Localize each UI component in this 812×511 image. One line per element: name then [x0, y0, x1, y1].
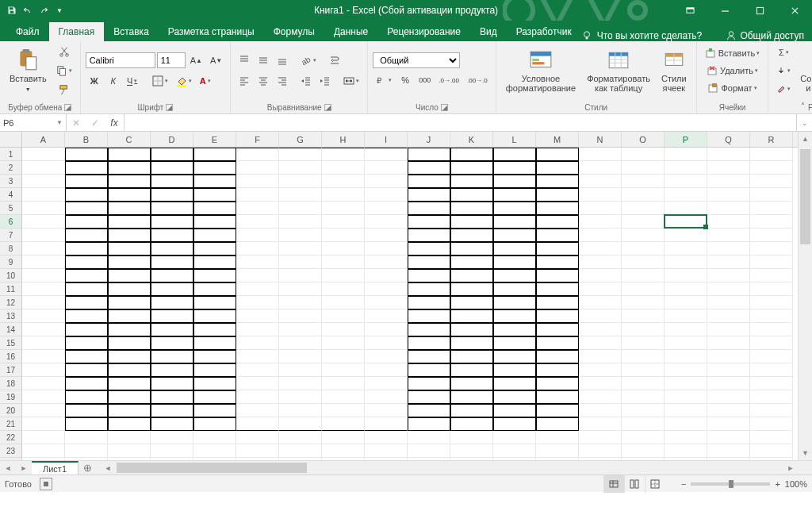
cell[interactable]: [365, 309, 408, 323]
cell[interactable]: [579, 390, 622, 404]
col-header[interactable]: R: [750, 132, 793, 147]
cell[interactable]: [536, 377, 579, 390]
cell[interactable]: [622, 202, 665, 215]
cell[interactable]: [236, 148, 279, 161]
row-header[interactable]: 6: [0, 215, 21, 229]
cell[interactable]: [665, 161, 707, 175]
cell[interactable]: [151, 242, 193, 256]
cell[interactable]: [450, 444, 493, 458]
col-header[interactable]: I: [365, 132, 408, 147]
cell[interactable]: [493, 444, 536, 458]
tab-page-layout[interactable]: Разметка страницы: [159, 22, 264, 41]
cell[interactable]: [408, 444, 450, 458]
vertical-scrollbar[interactable]: ▲ ▼: [798, 132, 812, 460]
cell[interactable]: [536, 229, 579, 242]
cell[interactable]: [151, 229, 193, 242]
wrap-text-button[interactable]: [326, 52, 343, 69]
undo-icon[interactable]: [21, 3, 35, 17]
cell[interactable]: [750, 336, 793, 350]
row-header[interactable]: 23: [0, 444, 21, 458]
row-header[interactable]: 13: [0, 309, 21, 323]
cell[interactable]: [622, 215, 665, 229]
cell[interactable]: [536, 148, 579, 161]
cell[interactable]: [279, 296, 322, 309]
cell[interactable]: [193, 417, 236, 431]
cell[interactable]: [108, 215, 151, 229]
row-header[interactable]: 15: [0, 336, 21, 350]
col-header[interactable]: L: [493, 132, 536, 147]
cell[interactable]: [622, 350, 665, 363]
tab-review[interactable]: Рецензирование: [377, 22, 470, 41]
cell[interactable]: [493, 377, 536, 390]
scroll-left-icon[interactable]: ◄: [101, 461, 115, 474]
cell[interactable]: [108, 229, 151, 242]
vscroll-thumb[interactable]: [800, 149, 810, 244]
cell[interactable]: [151, 350, 193, 363]
cell[interactable]: [193, 309, 236, 323]
cell[interactable]: [622, 417, 665, 431]
cell[interactable]: [322, 404, 365, 417]
cell[interactable]: [665, 296, 707, 309]
cell[interactable]: [750, 269, 793, 282]
cell[interactable]: [236, 350, 279, 363]
cell[interactable]: [450, 202, 493, 215]
cell[interactable]: [493, 390, 536, 404]
cell[interactable]: [536, 390, 579, 404]
row-header[interactable]: 19: [0, 390, 21, 404]
cell[interactable]: [365, 148, 408, 161]
cell[interactable]: [622, 269, 665, 282]
row-header[interactable]: 1: [0, 148, 21, 161]
cell[interactable]: [493, 336, 536, 350]
cell[interactable]: [365, 431, 408, 444]
cell[interactable]: [493, 296, 536, 309]
cell[interactable]: [151, 161, 193, 175]
redo-icon[interactable]: [36, 3, 51, 17]
cell[interactable]: [450, 417, 493, 431]
qat-customize-icon[interactable]: ▼: [52, 3, 67, 17]
cell[interactable]: [236, 229, 279, 242]
cell[interactable]: [151, 175, 193, 188]
cell[interactable]: [450, 404, 493, 417]
cell[interactable]: [707, 404, 750, 417]
cell[interactable]: [622, 188, 665, 202]
cell[interactable]: [408, 363, 450, 377]
align-right-button[interactable]: [274, 72, 291, 90]
cell[interactable]: [707, 242, 750, 256]
cell[interactable]: [579, 229, 622, 242]
col-header[interactable]: H: [322, 132, 365, 147]
cell[interactable]: [750, 431, 793, 444]
cell[interactable]: [493, 242, 536, 256]
cell[interactable]: [65, 229, 108, 242]
cell[interactable]: [622, 390, 665, 404]
cell[interactable]: [151, 202, 193, 215]
cell[interactable]: [22, 444, 65, 458]
cell[interactable]: [408, 309, 450, 323]
cell[interactable]: [750, 350, 793, 363]
bold-button[interactable]: Ж: [86, 72, 103, 90]
cell[interactable]: [65, 350, 108, 363]
cell[interactable]: [579, 148, 622, 161]
cell[interactable]: [151, 323, 193, 336]
cell[interactable]: [279, 323, 322, 336]
cell[interactable]: [707, 229, 750, 242]
cell[interactable]: [236, 161, 279, 175]
cell[interactable]: [536, 336, 579, 350]
cell[interactable]: [65, 336, 108, 350]
share-button[interactable]: Общий доступ: [718, 30, 812, 41]
cell[interactable]: [236, 417, 279, 431]
cell[interactable]: [450, 431, 493, 444]
collapse-ribbon-icon[interactable]: ˄: [796, 99, 809, 112]
cell[interactable]: [408, 404, 450, 417]
cell[interactable]: [408, 202, 450, 215]
cell[interactable]: [665, 377, 707, 390]
cell[interactable]: [279, 431, 322, 444]
cell[interactable]: [579, 323, 622, 336]
cell[interactable]: [322, 256, 365, 269]
scroll-right-icon[interactable]: ►: [783, 461, 798, 474]
cell[interactable]: [322, 377, 365, 390]
cells-area[interactable]: [22, 148, 798, 460]
prev-sheet-icon[interactable]: ◄: [0, 461, 16, 474]
cell[interactable]: [65, 269, 108, 282]
cell[interactable]: [707, 202, 750, 215]
cell[interactable]: [279, 336, 322, 350]
